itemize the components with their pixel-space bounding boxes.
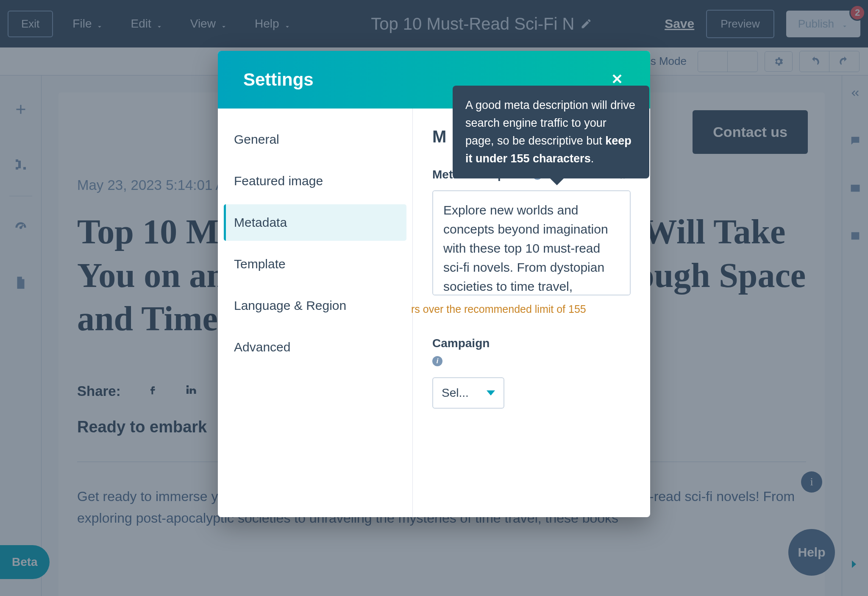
nav-featured-image[interactable]: Featured image [224,163,406,199]
campaign-label: Campaign [432,337,631,350]
tooltip-tail [549,178,565,185]
campaign-select[interactable]: Sel... [432,377,504,409]
campaign-label-row: Campaign i [432,337,631,366]
campaign-select-value: Sel... [442,386,469,400]
nav-general[interactable]: General [224,121,406,158]
meta-description-tooltip: A good meta description will drive searc… [453,86,649,178]
caret-down-icon [487,390,495,395]
info-icon[interactable]: i [432,356,442,366]
meta-description-warning: rs over the recommended limit of 155 [411,303,631,315]
nav-language-region[interactable]: Language & Region [224,287,406,324]
nav-template[interactable]: Template [224,246,406,282]
modal-nav: General Featured image Metadata Template… [218,109,413,517]
meta-description-input[interactable] [432,190,631,295]
modal-title: Settings [243,70,314,90]
nav-advanced[interactable]: Advanced [224,329,406,365]
nav-metadata[interactable]: Metadata [224,204,406,241]
tooltip-text-2: . [591,152,594,165]
